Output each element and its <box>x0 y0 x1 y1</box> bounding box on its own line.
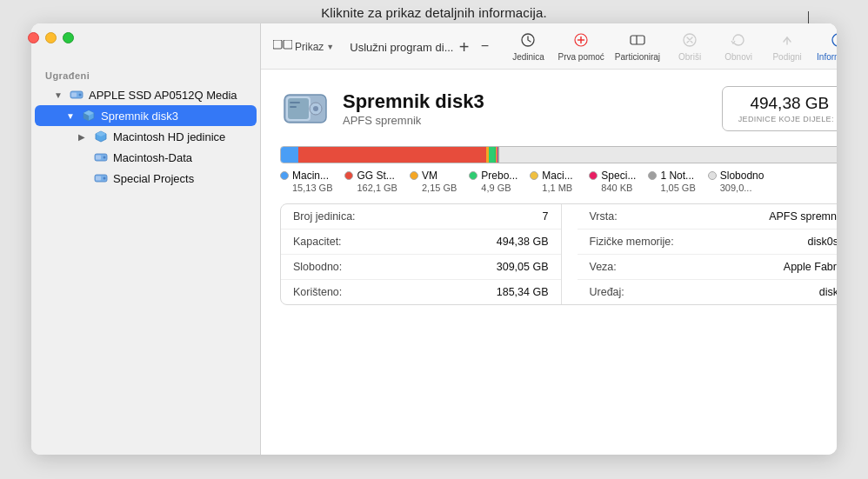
jedinica-label: Jedinica <box>512 52 544 62</box>
podigni-label: Podigni <box>772 52 801 62</box>
legend-item: Slobodno 309,0... <box>708 170 765 193</box>
legend-item: GG St... 162,1 GB <box>344 170 397 193</box>
tooltip-bar: Kliknite za prikaz detaljnih informacija… <box>0 0 868 23</box>
svg-point-2 <box>79 94 82 96</box>
toolbar-btn-obrisi[interactable]: Obriši <box>665 30 714 63</box>
toolbar-btn-obnovi[interactable]: Obnovi <box>714 30 763 63</box>
partition-bar-section: Macin... 15,13 GB GG St... 162,1 GB VM 2… <box>280 146 837 193</box>
svg-point-10 <box>103 156 106 159</box>
sidebar-item-macintosh-data[interactable]: ▶ Macintosh-Data <box>35 147 257 168</box>
legend-item: Maci... 1,1 MB <box>530 170 577 193</box>
disk-size-label: JEDINICE KOJE DIJELE: 7 <box>738 115 837 123</box>
sidebar-item-special-projects-label: Special Projects <box>113 172 194 185</box>
toolbar-title: Uslužni program di... <box>350 41 453 54</box>
legend-item: VM 2,15 GB <box>410 170 457 193</box>
sidebar-item-macintosh-data-label: Macintosh-Data <box>113 151 192 164</box>
legend-name: 1 Not... <box>660 170 694 182</box>
partition-legend: Macin... 15,13 GB GG St... 162,1 GB VM 2… <box>280 170 837 193</box>
tooltip-line <box>808 0 809 23</box>
toolbar: Prikaz ▼ Uslužni program di... + − Jedin… <box>261 23 837 70</box>
add-button[interactable]: + <box>453 37 474 57</box>
legend-size: 840 KB <box>589 183 632 193</box>
info-row: Slobodno:309,05 GB <box>281 255 561 280</box>
chevron-down-icon-selected: ▼ <box>66 111 77 121</box>
legend-name: GG St... <box>357 170 394 182</box>
toolbar-btn-informacije[interactable]: i Informacije <box>811 30 837 63</box>
view-control[interactable]: Prikaz ▼ <box>273 40 334 54</box>
obnovi-label: Obnovi <box>724 52 752 62</box>
chevron-right-icon: ▶ <box>78 132 89 142</box>
disk-type: APFS spremnik <box>343 114 710 127</box>
svg-rect-26 <box>288 98 309 119</box>
legend-size: 309,0... <box>708 183 752 193</box>
sidebar-item-spremnik[interactable]: ▼ Spremnik disk3 <box>35 105 257 126</box>
info-label: Slobodno: <box>293 261 342 273</box>
info-label: Uređaj: <box>590 286 624 298</box>
add-remove-group: + − <box>453 37 495 57</box>
sidebar-section-label: Ugrađeni <box>31 65 260 84</box>
legend-name: Prebo... <box>481 170 517 182</box>
informacije-label: Informacije <box>817 52 837 62</box>
info-row: Fizičke memorije:disk0s2 <box>578 230 838 255</box>
sidebar-item-spremnik-label: Spremnik disk3 <box>101 110 178 123</box>
legend-dot <box>648 171 657 180</box>
maximize-button[interactable] <box>63 32 74 43</box>
legend-size: 2,15 GB <box>410 183 457 193</box>
window-chrome <box>16 23 86 43</box>
info-row: Veza:Apple Fabric <box>578 255 838 280</box>
info-col-right: Vrsta:APFS spremnikFizičke memorije:disk… <box>578 204 838 304</box>
svg-rect-15 <box>284 40 292 49</box>
info-value: APFS spremnik <box>769 210 837 223</box>
svg-rect-14 <box>273 40 282 49</box>
close-button[interactable] <box>28 32 39 43</box>
obrisi-icon <box>681 32 698 50</box>
info-col-left: Broj jedinica:7Kapacitet:494,38 GBSlobod… <box>281 204 562 304</box>
disk-size-box: 494,38 GB JEDINICE KOJE DIJELE: 7 <box>722 86 837 131</box>
info-label: Veza: <box>590 261 617 273</box>
podigni-icon <box>778 32 796 50</box>
info-value: 185,34 GB <box>497 286 549 298</box>
toolbar-btn-particioniraj[interactable]: Particioniraj <box>610 30 665 63</box>
legend-name: VM <box>422 170 437 182</box>
view-icon <box>273 40 292 54</box>
info-row: Uređaj:disk3 <box>578 280 838 304</box>
container-icon <box>81 108 97 123</box>
obnovi-icon <box>730 32 747 50</box>
toolbar-btn-podigni[interactable]: Podigni <box>763 30 811 63</box>
info-label: Broj jedinica: <box>293 210 356 223</box>
disk-info: Spremnik disk3 APFS spremnik <box>343 90 710 126</box>
remove-button[interactable]: − <box>474 36 495 57</box>
legend-dot <box>530 171 538 180</box>
legend-size: 1,1 MB <box>530 183 572 193</box>
info-value: 494,38 GB <box>497 236 549 248</box>
info-row: Vrsta:APFS spremnik <box>578 204 838 230</box>
info-label: Vrsta: <box>590 210 618 223</box>
legend-dot <box>708 171 717 180</box>
svg-rect-18 <box>631 36 644 44</box>
sidebar-item-macintosh-hd[interactable]: ▶ Macintosh HD jedinice <box>35 126 257 147</box>
svg-rect-29 <box>290 102 300 103</box>
partition-bar <box>280 146 837 163</box>
legend-dot <box>589 171 598 180</box>
view-label: Prikaz <box>295 41 324 53</box>
toolbar-btn-prva-pomoc[interactable]: Prva pomoć <box>552 30 609 63</box>
informacije-icon: i <box>830 32 837 50</box>
sidebar-item-ssd[interactable]: ▼ APPLE SSD AP0512Q Media <box>35 84 257 105</box>
window-wrapper: Ugrađeni ▼ APPLE SSD AP0512Q Media ▼ <box>16 23 852 467</box>
legend-name: Speci... <box>601 170 636 182</box>
svg-point-13 <box>103 177 106 180</box>
sidebar-item-ssd-label: APPLE SSD AP0512Q Media <box>89 89 237 102</box>
disk-icon <box>280 83 331 134</box>
minimize-button[interactable] <box>45 32 57 43</box>
info-row: Korišteno:185,34 GB <box>281 280 561 304</box>
drive2-icon <box>93 150 109 165</box>
svg-rect-1 <box>71 93 77 97</box>
legend-dot <box>344 171 353 180</box>
info-row: Kapacitet:494,38 GB <box>281 230 561 255</box>
info-label: Korišteno: <box>293 286 342 298</box>
legend-item: 1 Not... 1,05 GB <box>648 170 695 193</box>
legend-item: Speci... 840 KB <box>589 170 636 193</box>
toolbar-btn-jedinica[interactable]: Jedinica <box>504 30 552 63</box>
drive3-icon <box>93 170 109 186</box>
sidebar-item-special-projects[interactable]: ▶ Special Projects <box>35 168 257 189</box>
